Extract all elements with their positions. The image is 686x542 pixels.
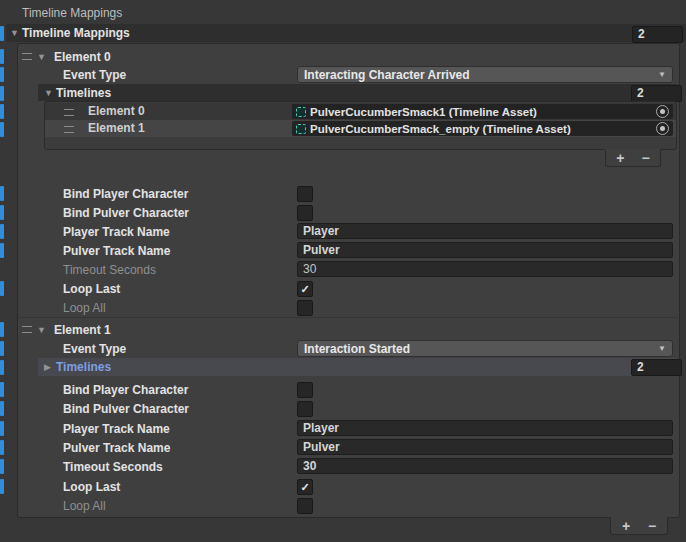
override-indicator <box>0 401 4 416</box>
bind-player-checkbox[interactable] <box>297 382 313 398</box>
drag-handle-icon[interactable] <box>22 326 32 333</box>
object-picker-icon[interactable] <box>656 105 669 118</box>
element0-header-row[interactable]: ▼ Element 0 <box>22 47 111 66</box>
foldout-open-icon[interactable]: ▼ <box>37 52 49 62</box>
loop-last-checkbox[interactable]: ✓ <box>297 479 313 495</box>
bind-pulver-checkbox[interactable] <box>297 401 313 417</box>
script-header-row: Timeline Mappings <box>22 3 122 22</box>
timeline-item-label: Element 1 <box>88 121 145 135</box>
element0-event-type-dropdown[interactable]: Interacting Character Arrived ▼ <box>297 66 673 83</box>
timeout-input[interactable] <box>297 458 673 474</box>
bind-player-checkbox[interactable] <box>297 186 313 202</box>
foldout-open-icon[interactable]: ▼ <box>10 28 22 38</box>
pulver-track-label: Pulver Track Name <box>63 441 170 455</box>
override-indicator <box>0 67 4 82</box>
element0-timelines-header[interactable]: ▼ Timelines <box>38 84 677 101</box>
override-indicator <box>0 104 4 119</box>
override-indicator <box>0 421 4 436</box>
element1-timelines-header-selected[interactable]: ▶ Timelines <box>38 358 677 376</box>
timeline-asset-icon <box>296 107 306 117</box>
pulver-track-label: Pulver Track Name <box>63 244 170 258</box>
bind-pulver-row: Bind Pulver Character <box>63 203 189 222</box>
timelines-title: Timelines <box>56 360 111 374</box>
add-button[interactable]: + <box>615 519 637 533</box>
bind-player-row: Bind Player Character <box>63 380 188 399</box>
override-indicator <box>0 440 4 455</box>
object-picker-icon[interactable] <box>656 122 669 135</box>
element1-event-type-row: Event Type <box>63 339 126 358</box>
drag-handle-icon[interactable] <box>22 53 32 60</box>
timelines-item-row-0[interactable]: Element 0 PulverCucumberSmack1 (Timeline… <box>45 103 676 120</box>
pulver-track-input[interactable] <box>297 439 673 455</box>
bind-player-label: Bind Player Character <box>63 383 188 397</box>
foldout-open-icon[interactable]: ▼ <box>37 325 49 335</box>
pulver-track-input[interactable] <box>297 242 673 258</box>
loop-all-checkbox[interactable] <box>297 498 313 514</box>
remove-button[interactable]: − <box>635 151 657 165</box>
bind-pulver-checkbox[interactable] <box>297 205 313 221</box>
override-indicator <box>0 360 4 375</box>
timeline-mappings-list-header[interactable]: ▼ Timeline Mappings <box>6 24 686 42</box>
add-button[interactable]: + <box>609 151 631 165</box>
element1-event-type-dropdown[interactable]: Interaction Started ▼ <box>297 340 673 357</box>
bind-pulver-row: Bind Pulver Character <box>63 399 189 418</box>
foldout-open-icon[interactable]: ▼ <box>44 88 56 98</box>
override-indicator <box>0 459 4 474</box>
timeout-row: Timeout Seconds <box>63 260 156 279</box>
timelines-title: Timelines <box>56 86 111 100</box>
override-indicator <box>0 382 4 397</box>
drag-handle-icon[interactable] <box>64 109 74 116</box>
timeline-asset-icon <box>296 124 306 134</box>
element1-header-row[interactable]: ▼ Element 1 <box>22 320 111 339</box>
timeout-row: Timeout Seconds <box>63 457 163 476</box>
element0-event-type-row: Event Type <box>63 65 126 84</box>
dropdown-arrow-icon: ▼ <box>658 344 666 353</box>
element-separator <box>18 317 678 318</box>
event-type-value: Interaction Started <box>304 342 410 356</box>
dropdown-arrow-icon: ▼ <box>658 70 666 79</box>
timeline-mappings-title: Timeline Mappings <box>22 26 130 40</box>
element1-title: Element 1 <box>54 323 111 337</box>
override-indicator <box>0 224 4 239</box>
player-track-input[interactable] <box>297 223 673 239</box>
bind-player-label: Bind Player Character <box>63 187 188 201</box>
bind-pulver-label: Bind Pulver Character <box>63 206 189 220</box>
unity-inspector-panel: Timeline Mappings ▼ Timeline Mappings 2 … <box>0 0 686 542</box>
pulver-track-row: Pulver Track Name <box>63 241 170 260</box>
timeline-asset-name: PulverCucumberSmack1 (Timeline Asset) <box>310 106 537 118</box>
event-type-label: Event Type <box>63 68 126 82</box>
bind-pulver-label: Bind Pulver Character <box>63 402 189 416</box>
timelines-size-field[interactable]: 2 <box>631 359 682 376</box>
override-indicator <box>0 322 4 337</box>
override-indicator <box>0 281 4 296</box>
timeline-asset-name: PulverCucumberSmack_empty (Timeline Asse… <box>310 123 571 135</box>
timelines-size-field[interactable]: 2 <box>631 85 682 102</box>
player-track-label: Player Track Name <box>63 225 170 239</box>
player-track-input[interactable] <box>297 420 673 436</box>
foldout-closed-icon[interactable]: ▶ <box>44 362 56 372</box>
timelines-item-row-1[interactable]: Element 1 PulverCucumberSmack_empty (Tim… <box>45 120 676 137</box>
loop-last-row: Loop Last <box>63 477 120 496</box>
timeline-mappings-size-field[interactable]: 2 <box>632 26 683 43</box>
timeline-asset-object-field[interactable]: PulverCucumberSmack_empty (Timeline Asse… <box>292 121 673 136</box>
timeline-mappings-list-footer: + − <box>610 517 668 535</box>
player-track-label: Player Track Name <box>63 422 170 436</box>
loop-all-checkbox[interactable] <box>297 300 313 316</box>
drag-handle-icon[interactable] <box>64 126 74 133</box>
player-track-row: Player Track Name <box>63 222 170 241</box>
override-indicator <box>0 341 4 356</box>
override-indicator <box>0 86 4 101</box>
remove-button[interactable]: − <box>641 519 663 533</box>
loop-last-checkbox[interactable]: ✓ <box>297 281 313 297</box>
loop-all-row: Loop All <box>63 496 106 515</box>
override-indicator <box>0 26 4 41</box>
timelines-list-footer: + − <box>605 149 661 167</box>
timeline-asset-object-field[interactable]: PulverCucumberSmack1 (Timeline Asset) <box>292 104 673 119</box>
event-type-label: Event Type <box>63 342 126 356</box>
loop-last-label: Loop Last <box>63 282 120 296</box>
timeline-item-label: Element 0 <box>88 104 145 118</box>
loop-last-label: Loop Last <box>63 480 120 494</box>
override-indicator <box>0 479 4 494</box>
script-property-label: Timeline Mappings <box>22 6 122 20</box>
timeout-input[interactable] <box>297 261 673 277</box>
